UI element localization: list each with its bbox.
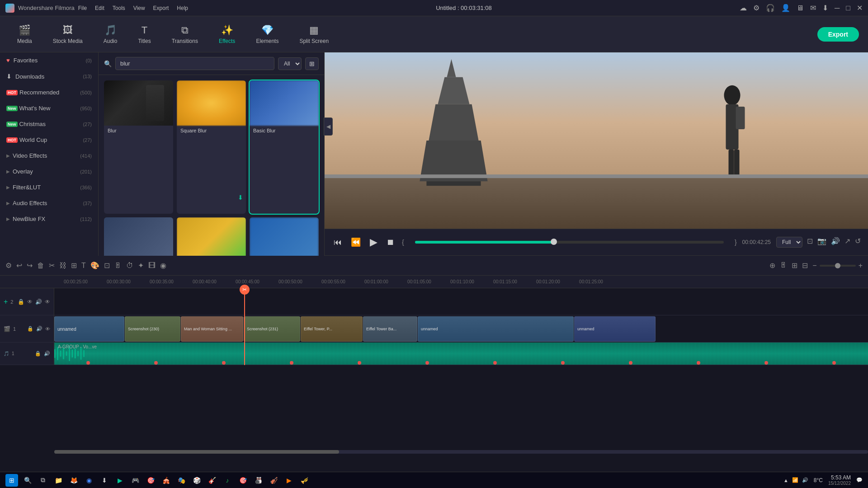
menu-view[interactable]: View [133, 5, 145, 11]
track-eye-icon-2[interactable]: 👁 [45, 299, 50, 305]
toolbar-audio[interactable]: 🎵 Audio [95, 21, 126, 48]
taskbar-app6[interactable]: 🎸 [206, 474, 218, 486]
volume-icon[interactable]: 🔊 [802, 477, 808, 483]
effects-timeline-icon[interactable]: ✦ [138, 261, 144, 270]
add-track-icon[interactable]: ⊕ [769, 261, 775, 270]
start-button[interactable]: ⊞ [5, 474, 18, 487]
audio-track-lock[interactable]: 🔒 [35, 351, 41, 357]
taskbar-app4[interactable]: 🎭 [175, 474, 187, 486]
sidebar-item-downloads[interactable]: ⬇ Downloads (13) [0, 68, 98, 84]
sidebar-item-audio-effects[interactable]: ▶ Audio Effects (37) [0, 195, 98, 211]
speed-icon[interactable]: ⏱ [126, 262, 133, 270]
zoom-out-button[interactable]: − [812, 262, 816, 270]
stop-button[interactable]: ⏹ [385, 236, 396, 249]
playhead[interactable]: ✂ [244, 288, 245, 365]
playhead-handle[interactable]: ✂ [240, 285, 250, 295]
taskbar-app3[interactable]: 🎪 [160, 474, 172, 486]
fit-icon[interactable]: ⊡ [807, 237, 813, 248]
clip-unnamed-1[interactable]: unnamed [54, 316, 124, 342]
export-button[interactable]: Export [817, 27, 859, 42]
delete-icon[interactable]: 🗑 [37, 262, 44, 270]
settings-icon[interactable]: ⚙ [753, 4, 760, 12]
transform-icon[interactable]: ↺ [855, 237, 861, 248]
taskbar-filmora[interactable]: ▶ [114, 474, 126, 486]
taskbar-firefox[interactable]: 🦊 [68, 474, 80, 486]
cloud-icon[interactable]: ☁ [740, 4, 747, 12]
track-eye-icon-1[interactable]: 👁 [45, 326, 50, 332]
effect-card-blur[interactable]: Blur [104, 80, 173, 214]
toolbar-transitions[interactable]: ⧉ Transitions [164, 21, 206, 48]
speaker-icon[interactable]: 🔊 [831, 237, 840, 248]
taskbar-app10[interactable]: 🎺 [298, 474, 310, 486]
toolbar-stock-media[interactable]: 🖼 Stock Media [45, 21, 91, 48]
progress-bar[interactable] [415, 241, 724, 244]
track-visible-icon-2[interactable]: 👁 [27, 299, 33, 305]
paint-icon[interactable]: 🎨 [90, 261, 99, 270]
taskbar-download-icon[interactable]: ⬇ [99, 474, 110, 486]
quality-select[interactable]: Full 1/2 1/4 [776, 237, 802, 248]
taskbar-app2[interactable]: 🎯 [145, 474, 156, 486]
toolbar-effects[interactable]: ✨ Effects [211, 21, 243, 48]
toolbar-titles[interactable]: T Titles [130, 21, 159, 48]
scrollbar-thumb[interactable] [54, 450, 339, 454]
clip-unnamed-3[interactable]: unnamed [574, 316, 656, 342]
rewind-button[interactable]: ⏮ [332, 236, 344, 249]
taskbar-app1[interactable]: 🎮 [129, 474, 141, 486]
menu-export[interactable]: Export [153, 5, 169, 11]
clip-screenshot-231[interactable]: Screenshot (231) [244, 316, 300, 342]
trim-icon[interactable]: ⊡ [104, 261, 110, 270]
taskbar-clock[interactable]: 5:53 AM 15/12/2022 [828, 474, 851, 486]
zoom-slider[interactable] [820, 265, 856, 267]
screenshot-icon[interactable]: 📷 [817, 237, 826, 248]
effect-card-basic-blur[interactable]: Basic Blur [250, 80, 319, 214]
taskbar-app7[interactable]: 🎯 [237, 474, 249, 486]
toolbar-split-screen[interactable]: ▦ Split Screen [291, 21, 337, 48]
menu-edit[interactable]: Edit [95, 5, 104, 11]
export-frame-icon[interactable]: ↗ [844, 237, 850, 248]
sidebar-item-christmas[interactable]: New Christmas (27) [0, 116, 98, 132]
display-icon[interactable]: 🖥 [797, 4, 804, 12]
network-icon[interactable]: 📶 [792, 477, 798, 483]
progress-thumb[interactable] [551, 239, 557, 245]
taskbar-spotify[interactable]: ♪ [222, 474, 233, 486]
grid-view-button[interactable]: ⊞ [305, 57, 319, 70]
taskbar-search[interactable]: 🔍 [22, 474, 33, 486]
crop-icon[interactable]: ⊞ [71, 261, 77, 270]
maximize-button[interactable]: □ [846, 4, 850, 12]
panel-collapse-button[interactable]: ◀ [324, 117, 333, 136]
account-icon[interactable]: 👤 [781, 4, 790, 12]
menu-file[interactable]: File [78, 5, 87, 11]
cut-icon[interactable]: ✂ [49, 261, 55, 270]
clip-unnamed-2[interactable]: unnamed [418, 316, 574, 342]
minimize-button[interactable]: ─ [835, 4, 840, 12]
track-lock-icon-2[interactable]: 🔒 [18, 299, 24, 305]
sidebar-item-recommended[interactable]: HOT Recommended (500) [0, 84, 98, 100]
track-lock-icon-1[interactable]: 🔒 [27, 326, 33, 332]
track-volume-icon-1[interactable]: 🔊 [36, 326, 42, 332]
tray-up-arrow[interactable]: ▲ [783, 478, 788, 483]
sidebar-item-overlay[interactable]: ▶ Overlay (201) [0, 164, 98, 179]
timeline-scrollbar[interactable] [54, 450, 868, 454]
track-settings-icon[interactable]: 🎚 [780, 261, 787, 270]
taskbar-vlc[interactable]: ▶ [283, 474, 295, 486]
play-button[interactable]: ▶ [368, 235, 379, 250]
audio-mix-icon[interactable]: 🎚 [114, 262, 122, 270]
stabilize-icon[interactable]: ◉ [160, 261, 166, 270]
taskbar-app9[interactable]: 🎻 [268, 474, 279, 486]
sidebar-item-video-effects[interactable]: ▶ Video Effects (414) [0, 148, 98, 164]
clip-eiffel-tower-base[interactable]: Eiffel Tower Ba... [363, 316, 417, 342]
effect-card-square-blur[interactable]: ⬇ Square Blur [177, 80, 246, 214]
clip-man-woman[interactable]: Man and Woman Sitting ... [181, 316, 243, 342]
taskbar-chrome[interactable]: ◉ [83, 474, 95, 486]
step-back-button[interactable]: ⏪ [349, 235, 363, 249]
close-button[interactable]: ✕ [857, 4, 863, 12]
sidebar-item-filter-lut[interactable]: ▶ Filter&LUT (366) [0, 179, 98, 195]
undo-icon[interactable]: ↩ [16, 261, 22, 270]
audio-clip[interactable]: A-GROUP - Vo...ve [54, 343, 868, 365]
menu-help[interactable]: Help [177, 5, 188, 11]
track-audio-icon-2[interactable]: 🔊 [35, 299, 42, 305]
taskbar-folder[interactable]: 📁 [52, 474, 64, 486]
download-icon[interactable]: ⬇ [822, 4, 828, 12]
mail-icon[interactable]: ✉ [810, 4, 816, 12]
search-input[interactable] [115, 57, 274, 70]
